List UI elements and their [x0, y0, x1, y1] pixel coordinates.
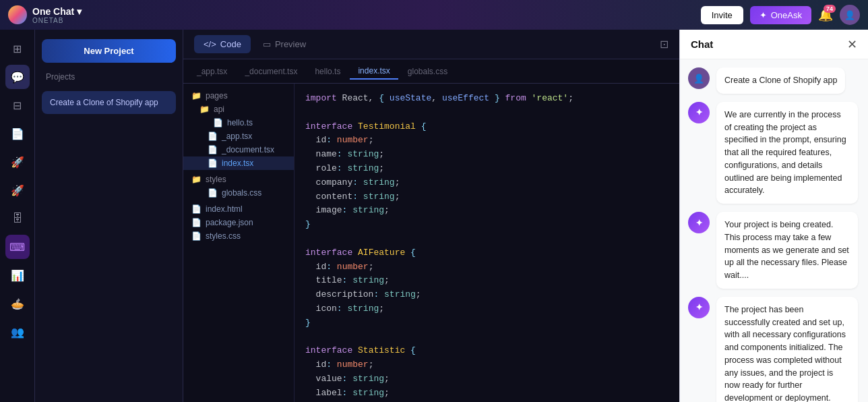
- folder-pages[interactable]: 📁 pages: [183, 89, 294, 103]
- file-package-json[interactable]: 📄 package.json: [183, 216, 294, 229]
- editor-layout: 📁 pages 📁 api 📄 hello.ts 📄 _app.tsx 📄 _d…: [183, 84, 679, 402]
- chat-header: Chat ✕: [680, 30, 868, 59]
- chat-title: Chat: [691, 38, 713, 50]
- code-line: name: string;: [305, 148, 669, 162]
- file-tab-globals[interactable]: globals.css: [400, 64, 456, 79]
- folder-api[interactable]: 📁 api: [183, 103, 294, 116]
- topbar-left: One Chat ▾ ONETAB: [8, 5, 82, 24]
- file-globals-css[interactable]: 📄 globals.css: [183, 186, 294, 200]
- topbar: One Chat ▾ ONETAB Invite ✦ OneAsk 🔔 74 👤: [0, 0, 868, 30]
- code-content[interactable]: import React, { useState, useEffect } fr…: [294, 84, 679, 402]
- oneask-button[interactable]: ✦ OneAsk: [750, 6, 811, 24]
- folder-icon: 📁: [191, 91, 202, 100]
- code-line: value: string;: [305, 372, 669, 386]
- topbar-right: Invite ✦ OneAsk 🔔 74 👤: [701, 5, 860, 25]
- code-line: role: string;: [305, 162, 669, 176]
- file-hello-ts[interactable]: 📄 hello.ts: [183, 116, 294, 130]
- brand-sub: ONETAB: [32, 17, 82, 24]
- sidebar-chat-icon[interactable]: 💬: [5, 65, 30, 89]
- chat-bubble-ai-1: We are currently in the process of creat…: [716, 102, 858, 204]
- code-line: id: number;: [305, 134, 669, 148]
- file-tab-hello[interactable]: hello.ts: [307, 64, 348, 79]
- chat-message-user: 👤 Create a Clone of Shopify app: [688, 67, 860, 94]
- code-line: description: string;: [305, 288, 669, 302]
- tab-preview[interactable]: ▭ Preview: [253, 35, 315, 53]
- code-line: [305, 106, 669, 120]
- code-line: [305, 232, 669, 246]
- file-icon: 📄: [213, 118, 223, 127]
- project-item[interactable]: Create a Clone of Shopify app: [42, 91, 176, 114]
- file-index-html[interactable]: 📄 index.html: [183, 202, 294, 216]
- main-area: ⊞ 💬 ⊟ 📄 🚀 🚀 🗄 ⌨ 📊 🥧 👥 New Project Projec…: [0, 30, 868, 402]
- file-icon: 📄: [208, 159, 218, 168]
- sidebar-grid-icon[interactable]: ⊟: [5, 93, 30, 117]
- ai-avatar-2: ✦: [688, 212, 710, 233]
- chat-close-button[interactable]: ✕: [847, 37, 857, 52]
- chat-panel: Chat ✕ 👤 Create a Clone of Shopify app ✦…: [679, 30, 868, 402]
- user-avatar[interactable]: 👤: [840, 5, 860, 25]
- code-line: id: number;: [305, 260, 669, 275]
- folder-icon: 📁: [199, 105, 210, 114]
- sidebar-rocket-icon[interactable]: 🚀: [5, 150, 30, 174]
- code-line: company: string;: [305, 176, 669, 190]
- folder-icon: 📁: [191, 175, 202, 184]
- code-line: title: string;: [305, 274, 669, 288]
- file-tab-index[interactable]: index.tsx: [350, 63, 398, 80]
- file-document-tsx[interactable]: 📄 _document.tsx: [183, 143, 294, 156]
- chevron-down-icon: ▾: [77, 6, 82, 17]
- chat-bubble-ai-2: Your project is being created. This proc…: [716, 212, 858, 289]
- file-tab-app[interactable]: _app.tsx: [189, 64, 235, 79]
- file-icon: 📄: [191, 204, 202, 214]
- tab-code[interactable]: </> Code: [194, 35, 251, 53]
- file-styles-css[interactable]: 📄 styles.css: [183, 229, 294, 243]
- sidebar-doc-icon[interactable]: 📄: [5, 121, 30, 146]
- file-icon: 📄: [208, 145, 218, 154]
- chat-message-ai-3: ✦ The project has been successfully crea…: [688, 297, 860, 402]
- ai-avatar-3: ✦: [688, 297, 710, 318]
- sidebar-database-icon[interactable]: 🗄: [5, 206, 30, 231]
- folder-styles[interactable]: 📁 styles: [183, 173, 294, 186]
- code-area: </> Code ▭ Preview ⊡ _app.tsx _document.…: [183, 30, 679, 402]
- code-line: image: string;: [305, 204, 669, 218]
- new-project-button[interactable]: New Project: [42, 39, 176, 63]
- projects-panel: New Project Projects Create a Clone of S…: [35, 30, 183, 402]
- sidebar-terminal-icon[interactable]: ⌨: [5, 235, 30, 259]
- code-line: label: string;: [305, 386, 669, 401]
- code-brackets-icon: </>: [204, 39, 216, 49]
- file-app-tsx[interactable]: 📄 _app.tsx: [183, 130, 294, 143]
- sidebar-chart-icon[interactable]: 📊: [5, 263, 30, 287]
- notification-badge: 74: [824, 5, 836, 13]
- code-line: interface Testimonial {: [305, 120, 669, 134]
- ai-avatar-1: ✦: [688, 102, 710, 123]
- code-line: }: [305, 218, 669, 232]
- file-icon: 📄: [208, 132, 218, 141]
- code-line: icon: string;: [305, 302, 669, 316]
- chat-bubble-user: Create a Clone of Shopify app: [716, 67, 845, 94]
- code-line: id: number;: [305, 358, 669, 372]
- notifications-button[interactable]: 🔔 74: [818, 7, 833, 22]
- file-tree: 📁 pages 📁 api 📄 hello.ts 📄 _app.tsx 📄 _d…: [183, 84, 294, 402]
- projects-label: Projects: [42, 69, 176, 84]
- sidebar-users-icon[interactable]: 👥: [5, 320, 30, 344]
- code-toolbar: </> Code ▭ Preview ⊡: [183, 30, 679, 59]
- sidebar-panels-icon[interactable]: ⊞: [5, 36, 30, 61]
- sidebar-icons: ⊞ 💬 ⊟ 📄 🚀 🚀 🗄 ⌨ 📊 🥧 👥: [0, 30, 35, 402]
- user-message-avatar: 👤: [688, 67, 710, 89]
- chat-message-ai-1: ✦ We are currently in the process of cre…: [688, 102, 860, 204]
- star-icon: ✦: [760, 10, 767, 20]
- file-tab-document[interactable]: _document.tsx: [237, 64, 305, 79]
- brand: One Chat ▾ ONETAB: [32, 6, 82, 24]
- brand-name: One Chat ▾: [32, 6, 82, 17]
- expand-button[interactable]: ⊡: [660, 38, 669, 51]
- preview-icon: ▭: [263, 39, 271, 49]
- invite-button[interactable]: Invite: [701, 6, 743, 24]
- chat-message-ai-2: ✦ Your project is being created. This pr…: [688, 212, 860, 289]
- file-icon: 📄: [191, 231, 202, 241]
- code-line: interface AIFeature {: [305, 246, 669, 260]
- code-line: interface Statistic {: [305, 344, 669, 358]
- code-line: [305, 331, 669, 345]
- sidebar-launch-icon[interactable]: 🚀: [5, 178, 30, 202]
- sidebar-pie-icon[interactable]: 🥧: [5, 291, 30, 316]
- code-line: import React, { useState, useEffect } fr…: [305, 92, 669, 106]
- file-index-tsx[interactable]: 📄 index.tsx: [183, 156, 294, 170]
